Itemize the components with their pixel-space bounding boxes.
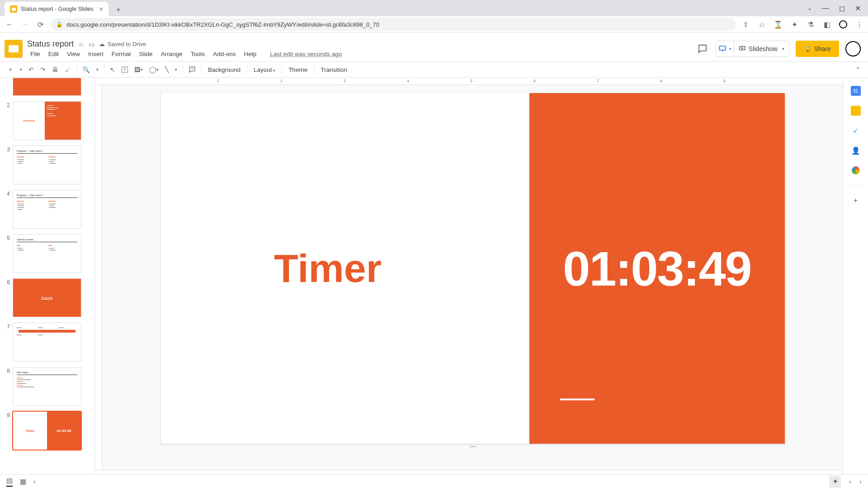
url-text: docs.google.com/presentation/d/1D3IKt-vi… [66,21,379,28]
side-panel-icon[interactable]: ◧ [823,20,831,29]
add-addon-icon[interactable]: + [851,196,861,206]
comments-button[interactable] [696,41,709,57]
tasks-icon[interactable]: ✓ [851,126,861,136]
save-status[interactable]: ☁ Saved to Drive [99,41,146,47]
thumb-number: 7 [4,323,10,330]
prev-icon[interactable]: ‹ [849,478,851,485]
side-panel: 31 ✓ 👤 + [843,78,868,488]
tab-strip: Status report - Google Slides × + ⌄ — ◻ … [0,0,868,16]
zoom-dropdown[interactable]: ▾ [94,66,101,74]
thumb-number [4,78,10,79]
doc-title[interactable]: Status report [27,39,74,49]
tab-close-icon[interactable]: × [99,5,103,13]
account-avatar[interactable] [845,41,861,56]
menu-view[interactable]: View [64,50,83,58]
transition-button[interactable]: Transition [317,65,351,75]
calendar-icon[interactable]: 31 [851,86,861,96]
last-edit-link[interactable]: Last edit was seconds ago [267,50,345,58]
menu-arrange[interactable]: Arrange [158,50,186,58]
ext-hourglass-icon[interactable]: ⌛ [774,20,782,29]
menu-help[interactable]: Help [241,50,259,58]
browser-tab[interactable]: Status report - Google Slides × [5,2,108,16]
filmstrip-view-icon[interactable]: ▤ [6,477,13,487]
reload-button[interactable]: ⟳ [35,19,45,29]
menu-insert[interactable]: Insert [85,50,107,58]
new-slide-button[interactable]: ＋ [5,64,16,75]
maximize-icon[interactable]: ◻ [839,4,845,13]
chevron-down-icon[interactable]: ⌄ [807,5,812,11]
slideshow-button[interactable]: Slideshow ▾ [734,41,789,57]
slide-thumbnail-9[interactable]: Timer 01:03:49 [13,411,81,450]
background-button[interactable]: Background [204,65,244,75]
slide-timer-value[interactable]: 01:03:49 [563,240,751,297]
app-header: Status report ☆ ▭ ☁ Saved to Drive File … [0,33,868,61]
line-tool[interactable]: ╲ [162,64,171,75]
line-dropdown[interactable]: ▾ [172,66,180,74]
menu-file[interactable]: File [27,50,43,58]
layout-button[interactable]: Layout [250,65,279,75]
bookmark-star-icon[interactable]: ☆ [758,20,766,29]
cloud-icon: ☁ [99,41,105,47]
paint-format-button[interactable]: 🖌 [62,65,74,75]
slide-thumbnail-2[interactable]: Overview ▬▬▬▬▬▬▬▬▬▬▬▬▬▬▬▬▬▬▬▬▬▬▬▬▬▬ [13,101,81,140]
url-field[interactable]: 🔒 docs.google.com/presentation/d/1D3IKt-… [51,18,736,31]
new-tab-button[interactable]: + [112,4,125,16]
back-button[interactable]: ← [5,19,14,29]
menu-slide[interactable]: Slide [136,50,156,58]
next-icon[interactable]: › [859,478,862,485]
grid-view-icon[interactable]: ▦ [20,478,26,486]
thumb-number: 2 [4,101,10,108]
zoom-button[interactable]: 🔍 [80,64,93,75]
menu-tools[interactable]: Tools [188,50,208,58]
slide-title[interactable]: Timer [274,245,382,291]
shape-tool[interactable]: ◯ [146,64,161,75]
menu-addons[interactable]: Add-ons [210,50,239,58]
slide-thumbnail-8[interactable]: Next steps ▬▬▬▬▬▬▬▬▬▬▬▬▬▬▬▬▬▬▬▬▬▬▬▬▬▬▬▬▬… [13,367,81,406]
new-slide-dropdown[interactable]: ▾ [17,66,25,74]
redo-button[interactable]: ↷ [38,64,48,75]
close-window-icon[interactable]: ✕ [855,4,861,13]
slides-logo-icon[interactable] [5,40,23,58]
extensions-puzzle-icon[interactable]: ✦ [790,20,798,29]
extension-icons: ⇪ ☆ ⌛ ✦ ⚗ ◧ ⋮ [741,20,863,29]
slide-thumbnail-5[interactable]: Attention areas ▬▬• ▬▬▬• ▬▬▬▬▬▬• ▬▬▬• ▬▬… [13,234,81,273]
theme-button[interactable]: Theme [285,65,311,75]
collapse-toolbar-icon[interactable]: ⌃ [855,66,863,73]
move-folder-icon[interactable]: ▭ [89,41,94,48]
slide-canvas[interactable]: Timer 01:03:49 [102,85,843,470]
image-tool[interactable]: 🖼 [132,65,146,75]
menu-format[interactable]: Format [108,50,134,58]
slide-thumbnail-1[interactable] [13,78,81,96]
slide-thumbnail-7[interactable]: ▬▬▬▬▬▬▬▬▬ ▬▬▬▬▬▬ [13,323,81,361]
profile-avatar-icon[interactable] [839,20,847,28]
explore-button[interactable]: ✦ [829,476,841,488]
textbox-tool[interactable]: 🅃 [119,65,131,75]
share-button[interactable]: 🔒 Share [796,41,839,57]
minimize-icon[interactable]: — [822,4,829,12]
share-page-icon[interactable]: ⇪ [741,20,750,29]
undo-button[interactable]: ↶ [26,64,37,75]
print-button[interactable]: 🖶 [49,65,61,75]
menu-bar: File Edit View Insert Format Slide Arran… [27,50,345,58]
collapse-filmstrip-icon[interactable]: ‹ [33,478,36,485]
slide[interactable]: Timer 01:03:49 [161,93,785,444]
slide-thumbnail-3[interactable]: Progress – Topic area 1 ▬▬▬▬• ▬▬▬▬• ▬▬▬▬… [13,145,81,184]
notes-resize-handle[interactable] [470,446,476,447]
slide-thumbnail-4[interactable]: Progress – Topic area 2 ▬▬▬▬• ▬▬▬▬• ▬▬▬▬… [13,190,81,229]
select-tool[interactable]: ↖ [107,64,118,75]
browser-chrome: Status report - Google Slides × + ⌄ — ◻ … [0,0,868,33]
contacts-icon[interactable]: 👤 [851,145,861,155]
svg-rect-0 [719,46,726,50]
star-icon[interactable]: ☆ [78,41,84,48]
comment-tool[interactable] [186,64,198,75]
maps-icon[interactable] [851,165,861,175]
menu-edit[interactable]: Edit [45,50,62,58]
thumbnail-rail[interactable]: 2 Overview ▬▬▬▬▬▬▬▬▬▬▬▬▬▬▬▬▬▬▬▬▬▬▬▬▬▬ 3 … [0,78,95,488]
bottom-bar: ▤ ▦ ‹ ✦ ‹ › [0,474,868,488]
forward-button[interactable]: → [20,19,30,29]
chrome-menu-icon[interactable]: ⋮ [855,20,863,29]
slide-thumbnail-6[interactable]: Schedule [13,278,81,317]
ext-flask-icon[interactable]: ⚗ [807,20,815,29]
keep-icon[interactable] [851,106,861,116]
present-dropdown-button[interactable]: ▾ [716,41,734,57]
